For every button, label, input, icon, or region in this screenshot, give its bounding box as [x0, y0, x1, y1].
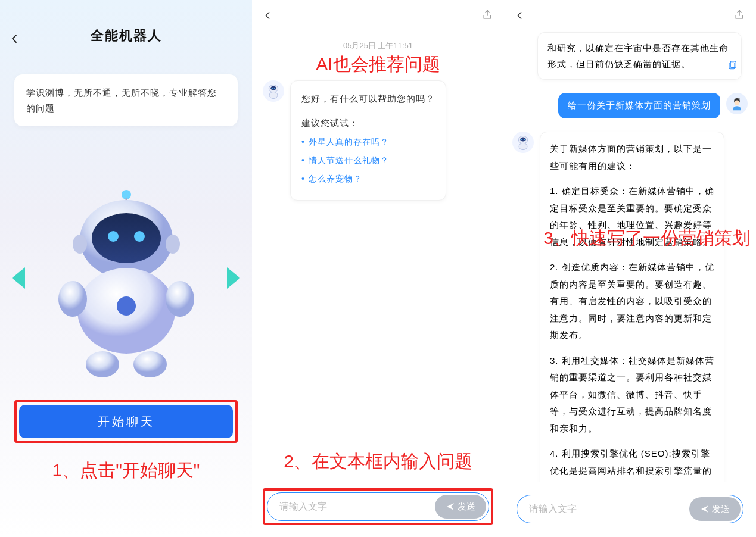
- robot-illustration: [37, 174, 216, 382]
- svg-point-15: [270, 86, 276, 90]
- input-wrapper: 发送: [515, 493, 745, 525]
- svg-point-3: [92, 213, 161, 263]
- share-icon[interactable]: [481, 8, 493, 21]
- svg-point-4: [108, 231, 119, 242]
- svg-point-17: [274, 88, 275, 89]
- ai-point: 2. 创造优质内容：在新媒体营销中，优质的内容是至关重要的。要创造有趣、有用、有…: [550, 259, 714, 344]
- svg-point-12: [86, 351, 119, 377]
- message-input[interactable]: [279, 501, 435, 512]
- timestamp: 05月25日 上午11:51: [252, 40, 504, 51]
- svg-rect-20: [729, 63, 735, 69]
- svg-point-10: [58, 281, 87, 317]
- intro-card: 学识渊博，无所不通，无所不晓，专业解答您的问题: [14, 74, 238, 126]
- chat-screen-empty: 05月25日 上午11:51 AI也会推荐问题 您好，有什么可以帮助您的吗？ 建…: [252, 0, 504, 537]
- suggestion-link[interactable]: 情人节送什么礼物？: [301, 153, 435, 168]
- carousel-next-icon[interactable]: [227, 267, 240, 289]
- robot-carousel: [0, 159, 252, 397]
- chat-scroll[interactable]: 和研究，以确定在宇宙中是否存在其他生命形式，但目前仍缺乏确凿的证据。 给一份关于…: [504, 30, 756, 482]
- send-icon: [700, 504, 710, 514]
- svg-point-25: [521, 139, 522, 140]
- send-label: 发送: [458, 501, 475, 513]
- ai-message-row: 关于新媒体方面的营销策划，以下是一些可能有用的建议： 1. 确定目标受众：在新媒…: [504, 132, 756, 482]
- send-button[interactable]: 发送: [435, 495, 486, 519]
- svg-point-24: [520, 138, 526, 142]
- greeting-text: 您好，有什么可以帮助您的吗？: [301, 90, 435, 107]
- annotation-step3: 3、快速写了一份营销策划: [543, 226, 750, 251]
- svg-point-6: [73, 235, 87, 254]
- svg-point-11: [166, 281, 194, 317]
- svg-point-18: [269, 92, 278, 98]
- header: [252, 0, 504, 30]
- back-button[interactable]: [9, 31, 20, 48]
- header: 全能机器人: [0, 0, 252, 60]
- annotation-step2: 2、在文本框内输入问题: [252, 449, 504, 474]
- ai-message-bubble: 您好，有什么可以帮助您的吗？ 建议您试试： 外星人真的存在吗？ 情人节送什么礼物…: [290, 80, 446, 201]
- send-label: 发送: [712, 504, 730, 515]
- user-avatar-icon: [726, 93, 748, 114]
- ai-avatar-icon: [512, 132, 534, 153]
- send-icon: [446, 502, 455, 511]
- user-message-row: 给一份关于新媒体方面的营销策划: [504, 93, 756, 118]
- ai-message-tail: 和研究，以确定在宇宙中是否存在其他生命形式，但目前仍缺乏确凿的证据。: [537, 32, 742, 80]
- input-bar: 发送: [517, 495, 743, 523]
- ai-intro: 关于新媒体方面的营销策划，以下是一些可能有用的建议：: [550, 141, 714, 174]
- copy-icon[interactable]: [727, 60, 738, 70]
- share-icon[interactable]: [733, 8, 745, 21]
- ai-point: 3. 利用社交媒体：社交媒体是新媒体营销的重要渠道之一。要利用各种社交媒体平台，…: [550, 352, 714, 438]
- svg-point-5: [134, 231, 145, 242]
- start-button-highlight: 开始聊天: [14, 400, 238, 443]
- suggestion-link[interactable]: 怎么养宠物？: [301, 171, 435, 186]
- svg-point-16: [272, 88, 273, 89]
- ai-avatar-icon: [263, 80, 284, 102]
- carousel-prev-icon[interactable]: [12, 267, 25, 289]
- back-button[interactable]: [263, 6, 272, 24]
- svg-point-22: [735, 100, 739, 105]
- input-bar: 发送: [267, 492, 489, 521]
- send-button[interactable]: 发送: [689, 497, 741, 521]
- svg-rect-19: [730, 61, 736, 68]
- intro-screen: 全能机器人 学识渊博，无所不通，无所不晓，专业解答您的问题: [0, 0, 252, 537]
- svg-point-13: [133, 351, 167, 377]
- back-button[interactable]: [515, 6, 524, 24]
- annotation-step1: 1、点击"开始聊天": [0, 458, 252, 483]
- svg-point-27: [519, 143, 527, 149]
- message-input[interactable]: [529, 504, 689, 514]
- page-title: 全能机器人: [91, 27, 162, 45]
- input-highlight: 发送: [263, 488, 493, 525]
- ai-point: 4. 利用搜索引擎优化 (SEO):搜索引擎优化是提高网站排名和搜索引擎流量的重…: [550, 445, 714, 482]
- svg-point-26: [524, 139, 525, 140]
- try-label: 建议您试试：: [301, 115, 435, 131]
- user-message-bubble: 给一份关于新媒体方面的营销策划: [558, 93, 720, 118]
- suggestion-link[interactable]: 外星人真的存在吗？: [301, 135, 435, 149]
- svg-point-7: [166, 235, 180, 254]
- svg-point-9: [117, 296, 136, 316]
- annotation-suggestion: AI也会推荐问题: [252, 52, 504, 77]
- header: [504, 0, 756, 30]
- ai-message-row: 您好，有什么可以帮助您的吗？ 建议您试试： 外星人真的存在吗？ 情人节送什么礼物…: [252, 80, 504, 201]
- start-chat-button[interactable]: 开始聊天: [19, 405, 233, 438]
- ai-message-bubble: 关于新媒体方面的营销策划，以下是一些可能有用的建议： 1. 确定目标受众：在新媒…: [540, 132, 724, 482]
- chat-screen-response: 和研究，以确定在宇宙中是否存在其他生命形式，但目前仍缺乏确凿的证据。 给一份关于…: [504, 0, 756, 537]
